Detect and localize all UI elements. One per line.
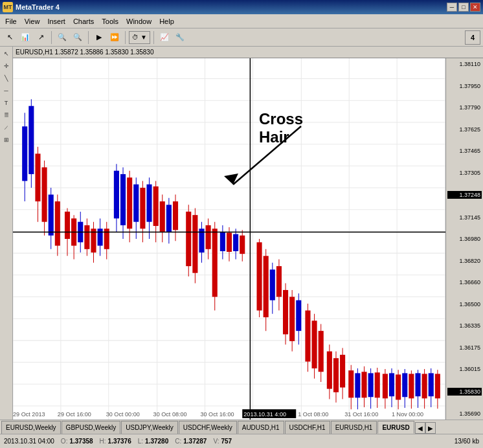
- svg-rect-34: [42, 167, 47, 221]
- status-size-value: 13/60 kb: [455, 438, 479, 445]
- svg-rect-114: [333, 358, 339, 392]
- svg-rect-66: [153, 186, 159, 226]
- tab-eurusd-active[interactable]: EURUSD: [377, 421, 414, 434]
- tab-bar: EURUSD,Weekly GBPUSD,Weekly USDJPY,Weekl…: [0, 420, 483, 434]
- left-tool-fibonacci[interactable]: 𝄜: [1, 109, 12, 121]
- tab-scroll-left[interactable]: ◀: [415, 422, 425, 434]
- svg-rect-32: [35, 153, 40, 201]
- app-icon: MT: [3, 2, 13, 12]
- svg-rect-84: [220, 232, 225, 251]
- svg-rect-76: [192, 215, 197, 273]
- toolbar-zoom-in-btn[interactable]: 🔍: [55, 30, 69, 45]
- price-label: 1.36335: [447, 322, 482, 329]
- toolbar-arrow-btn[interactable]: ↖: [3, 30, 17, 45]
- svg-rect-56: [120, 174, 126, 225]
- svg-rect-124: [368, 373, 374, 397]
- svg-rect-134: [402, 373, 407, 397]
- left-tool-crosshair[interactable]: ✛: [1, 60, 12, 72]
- tab-eurusd-h1[interactable]: EURUSD,H1: [331, 421, 377, 434]
- svg-rect-120: [355, 373, 360, 398]
- title-bar-text: MetaTrader 4: [16, 3, 60, 11]
- tab-usdchf-weekly[interactable]: USDCHF,Weekly: [179, 421, 237, 434]
- svg-rect-70: [166, 205, 172, 232]
- svg-rect-68: [160, 201, 165, 232]
- status-size: 13/60 kb: [455, 438, 479, 445]
- toolbar-forward-btn[interactable]: ⏩: [107, 30, 122, 45]
- chart-header-text: EURUSD,H1 1.35872 1.35886 1.35830 1.3583…: [16, 49, 154, 56]
- minimize-button[interactable]: ─: [447, 3, 457, 12]
- maximize-button[interactable]: □: [458, 3, 469, 12]
- tab-usdchf-h1[interactable]: USDCHF,H1: [285, 421, 330, 434]
- svg-rect-126: [375, 372, 380, 398]
- chart-area[interactable]: 29 Oct 2013 29 Oct 16:00 30 Oct 00:00 30…: [13, 58, 483, 420]
- svg-rect-36: [49, 195, 54, 236]
- chart-container: EURUSD,H1 1.35872 1.35886 1.35830 1.3583…: [13, 47, 483, 420]
- toolbar-play-btn[interactable]: ▶: [92, 30, 106, 45]
- price-axis: 1.38110 1.37950 1.37790 1.37625 1.37465 …: [445, 58, 483, 420]
- toolbar-corner-btn[interactable]: 4: [465, 30, 480, 45]
- tab-eurusd-weekly[interactable]: EURUSD,Weekly: [1, 421, 61, 434]
- menu-help[interactable]: Help: [155, 16, 178, 27]
- svg-rect-108: [312, 320, 317, 368]
- menu-insert[interactable]: Insert: [43, 16, 69, 27]
- left-tool-hline[interactable]: ─: [1, 85, 12, 96]
- left-toolbar: ↖ ✛ ╲ ─ T 𝄜 ⟋ ⊞: [0, 47, 13, 420]
- status-close: C: 1.37287: [175, 438, 207, 445]
- toolbar-zoom-out-btn[interactable]: 🔍: [71, 30, 85, 45]
- title-bar: MT MetaTrader 4 ─ □ ✕: [0, 0, 483, 14]
- svg-rect-96: [270, 269, 275, 300]
- tab-gbpusd-weekly[interactable]: GBPUSD,Weekly: [62, 421, 121, 434]
- svg-rect-112: [327, 352, 332, 389]
- left-tool-text[interactable]: T: [1, 97, 12, 109]
- toolbar-sep-2: [88, 31, 89, 44]
- svg-rect-64: [146, 185, 152, 222]
- status-low-value: 1.37280: [145, 438, 168, 445]
- toolbar-indicator-btn[interactable]: 🔧: [173, 30, 187, 45]
- svg-rect-90: [240, 236, 245, 254]
- svg-rect-144: [435, 374, 440, 398]
- price-label: 1.37465: [447, 148, 482, 154]
- price-label: 1.36175: [447, 344, 482, 351]
- toolbar-timeframe-dropdown[interactable]: ⏱▼: [129, 31, 150, 44]
- tab-usdjpy-weekly[interactable]: USDJPY,Weekly: [121, 421, 178, 434]
- toolbar-chart-type-btn[interactable]: 📈: [157, 30, 172, 45]
- status-low-label: L:: [138, 438, 143, 445]
- tab-scroll-right[interactable]: ▶: [425, 422, 436, 434]
- left-tool-line[interactable]: ╲: [1, 73, 12, 84]
- toolbar-sep-3: [125, 31, 126, 44]
- svg-rect-140: [422, 374, 427, 398]
- chart-header: EURUSD,H1 1.35872 1.35886 1.35830 1.3583…: [13, 47, 483, 58]
- price-label: 1.36820: [447, 258, 482, 264]
- svg-rect-106: [305, 311, 310, 362]
- svg-rect-132: [396, 375, 401, 400]
- svg-rect-30: [28, 106, 34, 174]
- status-datetime-value: 2013.10.31 04:00: [4, 438, 54, 445]
- svg-rect-110: [319, 331, 324, 372]
- svg-rect-80: [206, 225, 211, 249]
- toolbar-chart-btn[interactable]: 📊: [18, 30, 32, 45]
- left-tool-arrow[interactable]: ↖: [1, 48, 12, 60]
- menu-window[interactable]: Window: [122, 16, 155, 27]
- left-tool-expand[interactable]: ⊞: [1, 134, 12, 146]
- svg-rect-142: [429, 373, 434, 396]
- status-volume-label: V:: [213, 438, 219, 445]
- svg-rect-28: [22, 126, 27, 181]
- toolbar-sep-4: [153, 31, 154, 44]
- svg-rect-86: [227, 233, 232, 252]
- close-button[interactable]: ✕: [470, 3, 480, 12]
- svg-rect-60: [133, 185, 139, 222]
- toolbar-cursor-btn[interactable]: ↗: [34, 30, 48, 45]
- svg-text:31 Oct 16:00: 31 Oct 16:00: [344, 411, 378, 418]
- menu-file[interactable]: File: [1, 16, 21, 27]
- svg-rect-98: [276, 266, 282, 297]
- menu-tools[interactable]: Tools: [98, 16, 122, 27]
- status-datetime: 2013.10.31 04:00: [4, 438, 54, 445]
- title-bar-left: MT MetaTrader 4: [3, 2, 60, 12]
- tab-audusd-h1[interactable]: AUDUSD,H1: [238, 421, 284, 434]
- menu-view[interactable]: View: [21, 16, 44, 27]
- menu-charts[interactable]: Charts: [69, 16, 98, 27]
- svg-text:1 Oct 08:00: 1 Oct 08:00: [298, 411, 328, 418]
- left-tool-channel[interactable]: ⟋: [1, 122, 12, 133]
- status-volume: V: 757: [213, 438, 232, 445]
- svg-rect-136: [409, 374, 414, 398]
